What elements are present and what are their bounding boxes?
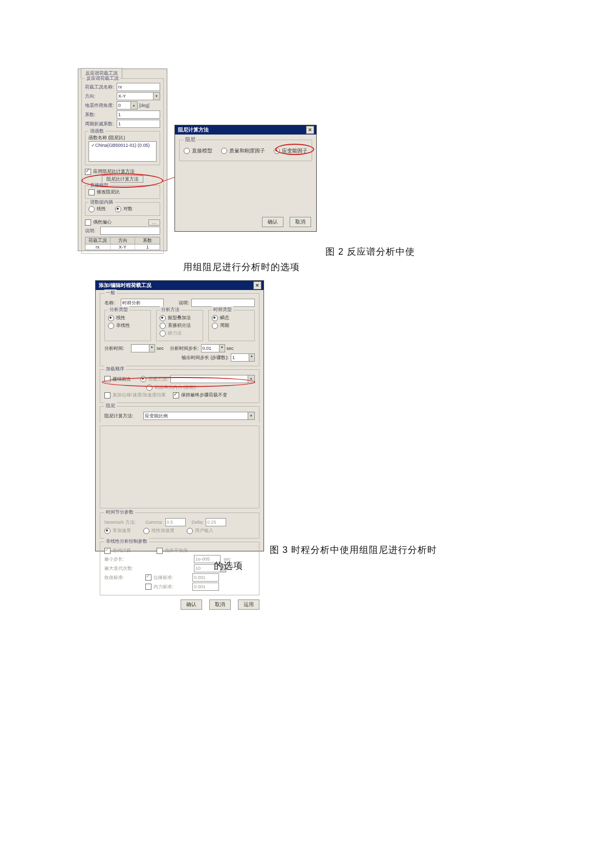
th-desc-input[interactable] xyxy=(191,299,255,307)
spinner-icon[interactable]: ▴ xyxy=(131,101,138,109)
close-icon[interactable]: ✕ xyxy=(306,126,314,134)
disp-criterion-checkbox xyxy=(145,574,151,581)
function-item[interactable]: ✓China(GB50011-01) (0.05) xyxy=(91,143,150,148)
name-input[interactable]: rx xyxy=(117,83,160,91)
cancel-button[interactable]: 取消 xyxy=(290,217,311,227)
periodic-label: 周期 xyxy=(220,322,229,329)
superposition-label: 振型叠加法 xyxy=(168,315,191,321)
spinner-icon[interactable]: ▴ xyxy=(149,344,155,352)
th-damping-method-select[interactable]: 应变能比例 xyxy=(143,412,248,420)
damping-method-button[interactable]: 阻尼比计算方法 xyxy=(102,175,143,183)
total-time-input[interactable] xyxy=(131,344,149,352)
figure2-caption-part-b: 用组阻尼进行分析时的选项 xyxy=(183,261,300,273)
chevron-down-icon[interactable]: ▾ xyxy=(248,412,255,420)
delta-input: 0.25 xyxy=(206,518,226,526)
superposition-radio[interactable] xyxy=(160,315,166,321)
transient-label: 瞬态 xyxy=(220,315,229,321)
force-criterion-label: 内力标准: xyxy=(154,584,192,590)
direct-model-group: 直接模型 xyxy=(89,182,110,189)
interp-log-label: 对数 xyxy=(123,206,133,212)
nonlinear-group: 非线性分析控制参数 xyxy=(104,538,149,545)
group-title: 反应谱荷载工况 xyxy=(85,75,120,82)
nonlinear-label: 非线性 xyxy=(116,322,130,329)
gamma-label: Gamma: xyxy=(145,520,163,525)
row-c2: X-Y xyxy=(111,244,136,250)
ok-button[interactable]: 确认 xyxy=(262,217,283,227)
user-input-radio xyxy=(187,528,193,534)
dt-input[interactable]: 0.01 xyxy=(201,344,220,352)
gamma-input: 0.5 xyxy=(165,518,186,526)
apply-button[interactable]: 运用 xyxy=(238,599,259,610)
interp-log-radio[interactable] xyxy=(115,206,121,212)
period-input[interactable]: 1 xyxy=(117,120,160,128)
figure2-caption-part-a: 图 2 反应谱分析中使 xyxy=(325,246,415,258)
total-time-unit: sec xyxy=(157,346,164,351)
row-c3: 1 xyxy=(135,244,160,250)
transient-radio[interactable] xyxy=(212,315,218,321)
angle-label: 地震作用角度: xyxy=(85,102,117,109)
th-name-label: 名称: xyxy=(104,300,121,306)
spinner-icon[interactable]: ▴ xyxy=(220,344,225,352)
accumulate-checkbox xyxy=(104,392,111,398)
disp-criterion-input: 0.001 xyxy=(192,573,219,582)
disp-criterion-label: 位移标准: xyxy=(154,574,192,581)
close-icon[interactable]: ✕ xyxy=(253,281,261,290)
eccentricity-checkbox[interactable] xyxy=(85,219,91,226)
th-name-input[interactable]: 时程分析 xyxy=(121,299,164,307)
continue-checkbox[interactable] xyxy=(104,376,111,382)
desc-input[interactable] xyxy=(100,227,160,235)
loadcase-select xyxy=(170,375,248,383)
time-history-dialog: 添加/编辑时程荷载工况 ✕ 一般 名称: 时程分析 说明: 分析类型 线性 非线… xyxy=(95,280,264,551)
cancel-button[interactable]: 取消 xyxy=(209,599,231,610)
loading-order-group: 加载顺序 xyxy=(104,366,126,372)
history-type-group: 时程类型 xyxy=(212,306,233,313)
damping-group-title: 阻尼 xyxy=(184,136,197,143)
chevron-down-icon: ▾ xyxy=(248,375,255,383)
modify-damping-checkbox[interactable] xyxy=(89,189,95,195)
col3: 系数 xyxy=(135,237,160,244)
keep-final-checkbox[interactable] xyxy=(173,392,179,398)
nonlinear-radio[interactable] xyxy=(108,323,114,329)
radio-mass-stiffness-label: 质量和刚度因子 xyxy=(229,147,265,154)
time-inc-group: 时间节分参数 xyxy=(104,509,135,516)
loadcase-label: 荷载工况: xyxy=(148,376,168,383)
functions-sub-label: 函数名称 (阻尼比) xyxy=(89,135,157,141)
initial-force-radio xyxy=(146,385,152,391)
figure3-caption-part-a: 图 3 时程分析中使用组阻尼进行分析时 xyxy=(270,544,437,556)
direct-integration-radio[interactable] xyxy=(160,323,166,329)
radio-direct-model-label: 直接模型 xyxy=(192,147,212,154)
radio-strain-energy[interactable] xyxy=(274,148,280,154)
th-desc-label: 说明: xyxy=(164,300,189,306)
chevron-down-icon[interactable]: ▾ xyxy=(154,92,160,100)
newmark-label: Newmark 方法: xyxy=(104,519,145,526)
spinner-icon[interactable]: ▴ xyxy=(249,353,255,362)
figure3-caption-part-b: 的选项 xyxy=(214,560,243,572)
continue-label: 接续前次 xyxy=(113,376,131,383)
analysis-method-group: 分析方法 xyxy=(160,306,181,313)
col2: 方向 xyxy=(111,237,136,244)
more-button[interactable]: … xyxy=(148,219,160,226)
interp-group: 谱数据内插 xyxy=(89,199,115,206)
out-steps-input[interactable]: 1 xyxy=(231,353,249,362)
angle-input[interactable]: 0 xyxy=(117,101,131,109)
factor-input[interactable]: 1 xyxy=(117,110,160,119)
damping-dialog-title: 阻尼计算方法 xyxy=(178,126,209,133)
period-label: 周期折减系数: xyxy=(85,121,117,127)
apply-damping-checkbox[interactable] xyxy=(85,169,91,175)
desc-label: 说明: xyxy=(85,228,100,234)
out-steps-label: 输出时间步长 (步骤数): xyxy=(182,354,229,361)
ok-button[interactable]: 确认 xyxy=(181,599,202,610)
const-accel-label: 常加速度 xyxy=(113,527,131,534)
name-label: 荷载工况名称: xyxy=(85,84,117,91)
functions-listbox[interactable]: ✓China(GB50011-01) (0.05) xyxy=(89,141,157,162)
linear-accel-label: 线性加速度 xyxy=(151,527,174,534)
damping-detail-area xyxy=(100,426,259,508)
apply-damping-label: 应用阻尼比计算方法 xyxy=(93,168,135,175)
periodic-radio[interactable] xyxy=(212,323,218,329)
radio-direct-model[interactable] xyxy=(184,148,190,154)
interp-linear-radio[interactable] xyxy=(89,206,95,212)
direction-select[interactable]: X-Y xyxy=(117,92,154,100)
maxiter-label: 最大迭代次数: xyxy=(104,565,194,572)
radio-mass-stiffness[interactable] xyxy=(221,148,227,154)
linear-radio[interactable] xyxy=(108,315,114,321)
